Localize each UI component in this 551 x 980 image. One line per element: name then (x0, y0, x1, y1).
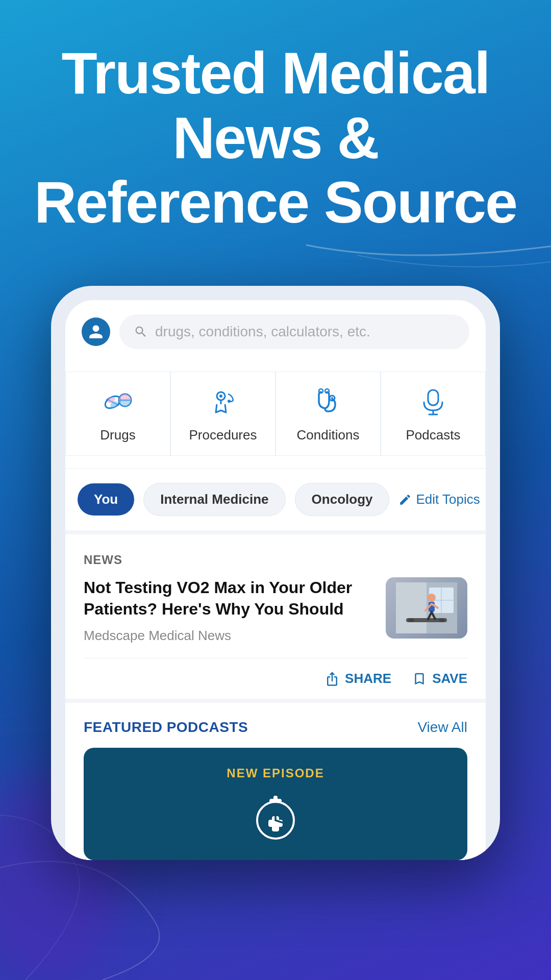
news-card: NEWS Not Testing VO2 Max in Your Older P… (65, 530, 486, 699)
news-text: Not Testing VO2 Max in Your Older Patien… (84, 577, 373, 644)
pencil-icon (398, 493, 412, 506)
svg-rect-33 (273, 796, 278, 801)
new-episode-badge: NEW EPISODE (227, 766, 324, 780)
bookmark-icon (412, 671, 427, 687)
news-thumbnail[interactable] (386, 577, 467, 639)
featured-podcasts-section: FEATURED PODCASTS View All NEW EPISODE (65, 699, 486, 860)
podcast-timer-icon (250, 791, 301, 842)
topic-chips-row: You Internal Medicine Oncology Edit Topi… (65, 468, 486, 530)
hero-title: Trusted Medical News & Reference Source (31, 41, 520, 235)
search-bar-row: drugs, conditions, calculators, etc. (65, 300, 486, 359)
news-image (386, 577, 467, 639)
share-icon (324, 671, 340, 687)
svg-point-13 (325, 389, 329, 393)
chip-oncology[interactable]: Oncology (295, 483, 390, 516)
svg-point-24 (439, 618, 445, 622)
svg-point-12 (319, 389, 323, 393)
phone-mockup: drugs, conditions, calculators, etc. (51, 286, 500, 860)
category-podcasts[interactable]: Podcasts (381, 372, 486, 456)
news-content: Not Testing VO2 Max in Your Older Patien… (84, 577, 467, 644)
category-conditions[interactable]: Conditions (276, 372, 381, 456)
drugs-label: Drugs (100, 427, 135, 443)
news-title[interactable]: Not Testing VO2 Max in Your Older Patien… (84, 577, 373, 620)
microphone-icon (415, 384, 451, 420)
section-header: FEATURED PODCASTS View All (84, 719, 467, 736)
view-all-button[interactable]: View All (417, 719, 467, 736)
news-actions: SHARE SAVE (84, 658, 467, 699)
user-icon (88, 324, 104, 340)
phone-screen: drugs, conditions, calculators, etc. (65, 300, 486, 860)
news-source: Medscape Medical News (84, 628, 373, 644)
procedures-icon (205, 384, 241, 420)
hero-section: Trusted Medical News & Reference Source (0, 0, 551, 235)
edit-topics-button[interactable]: Edit Topics (398, 492, 480, 507)
svg-point-23 (408, 618, 414, 622)
procedures-label: Procedures (189, 427, 257, 443)
podcasts-label: Podcasts (406, 427, 461, 443)
chip-internal-medicine[interactable]: Internal Medicine (143, 483, 285, 516)
phone-frame: drugs, conditions, calculators, etc. (51, 286, 500, 860)
save-button[interactable]: SAVE (412, 671, 467, 687)
svg-point-9 (228, 400, 231, 403)
podcast-card[interactable]: NEW EPISODE (84, 748, 467, 860)
svg-point-25 (428, 594, 436, 602)
pills-icon (100, 384, 136, 420)
svg-rect-14 (428, 390, 438, 405)
share-button[interactable]: SHARE (324, 671, 391, 687)
featured-podcasts-title: FEATURED PODCASTS (84, 719, 248, 736)
conditions-label: Conditions (297, 427, 360, 443)
categories-row: Drugs Procedures (65, 359, 486, 468)
user-avatar[interactable] (82, 317, 110, 346)
stethoscope-icon (310, 384, 346, 420)
search-placeholder: drugs, conditions, calculators, etc. (155, 324, 370, 340)
news-section-label: NEWS (84, 553, 467, 567)
search-icon (134, 325, 148, 339)
svg-point-7 (219, 395, 222, 398)
svg-point-11 (331, 397, 333, 399)
category-procedures[interactable]: Procedures (170, 372, 276, 456)
search-input[interactable]: drugs, conditions, calculators, etc. (119, 314, 469, 349)
category-drugs[interactable]: Drugs (65, 372, 170, 456)
chip-you[interactable]: You (78, 483, 134, 516)
